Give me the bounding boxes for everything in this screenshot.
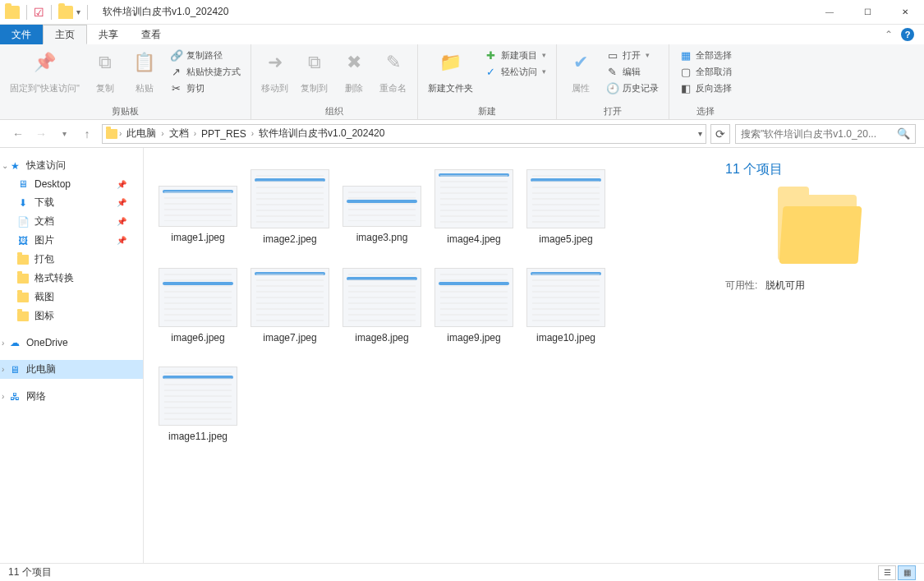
search-box[interactable]: 🔍 <box>735 124 916 144</box>
address-dropdown-icon[interactable]: ▾ <box>698 129 702 138</box>
address-bar-row: ← → ▾ ↑ › 此电脑 › 文档 › PPT_RES › 软件培训白皮书v1… <box>0 120 924 148</box>
file-item[interactable]: image4.jpeg <box>428 164 520 263</box>
history-icon: 🕘 <box>606 81 619 95</box>
sidebar-item-图标[interactable]: 图标 <box>0 307 143 325</box>
sidebar-item-desktop[interactable]: 🖥Desktop📌 <box>0 175 143 193</box>
crumb-current[interactable]: 软件培训白皮书v1.0_202420 <box>255 127 388 141</box>
view-details-button[interactable]: ☰ <box>878 565 896 580</box>
sidebar-onedrive[interactable]: › ☁ OneDrive <box>0 334 143 352</box>
file-item[interactable]: image1.jpeg <box>152 164 244 263</box>
open-button[interactable]: ▭打开▾ <box>603 48 662 62</box>
thumbnail <box>342 268 421 327</box>
paste-button[interactable]: 📋 粘贴 <box>127 48 162 102</box>
select-none-button[interactable]: ▢全部取消 <box>676 64 735 79</box>
file-name: image3.png <box>356 232 408 243</box>
caret-icon[interactable]: › <box>2 365 4 374</box>
chevron-icon[interactable]: › <box>161 129 163 138</box>
folder-icon: 🖼 <box>16 234 30 247</box>
help-icon[interactable]: ? <box>901 28 914 41</box>
select-all-button[interactable]: ▦全部选择 <box>676 48 735 62</box>
file-item[interactable]: image11.jpeg <box>152 362 244 460</box>
sidebar-item-文档[interactable]: 📄文档📌 <box>0 212 143 231</box>
search-icon[interactable]: 🔍 <box>897 127 910 140</box>
qat-check-icon[interactable]: ☑ <box>34 6 44 19</box>
back-button[interactable]: ← <box>8 124 28 144</box>
file-item[interactable]: image3.png <box>336 164 428 263</box>
paste-shortcut-button[interactable]: ↗粘贴快捷方式 <box>167 64 244 79</box>
sidebar-item-格式转换[interactable]: 格式转换 <box>0 269 143 288</box>
sidebar-network[interactable]: › 🖧 网络 <box>0 387 143 406</box>
qat-dropdown-icon[interactable]: ▾ <box>76 7 80 16</box>
pin-icon: 📌 <box>117 180 135 189</box>
recent-locations-button[interactable]: ▾ <box>54 124 74 144</box>
qat-folder-icon[interactable] <box>58 6 73 19</box>
forward-button[interactable]: → <box>31 124 51 144</box>
tab-home[interactable]: 主页 <box>43 25 87 44</box>
maximize-button[interactable]: ☐ <box>848 0 886 25</box>
sidebar-item-label: Desktop <box>34 178 71 190</box>
up-button[interactable]: ↑ <box>77 124 97 144</box>
rename-button[interactable]: ✎重命名 <box>376 48 411 102</box>
sidebar-item-截图[interactable]: 截图 <box>0 288 143 307</box>
history-button[interactable]: 🕘历史记录 <box>603 81 662 95</box>
file-item[interactable]: image9.jpeg <box>428 263 520 362</box>
file-item[interactable]: image6.jpeg <box>152 263 244 362</box>
pin-icon: 📌 <box>117 198 135 207</box>
crumb-documents[interactable]: 文档 <box>166 127 192 141</box>
sidebar-item-下载[interactable]: ⬇下载📌 <box>0 193 143 212</box>
caret-icon[interactable]: › <box>2 392 4 401</box>
file-name: image1.jpeg <box>171 232 224 243</box>
easy-access-button[interactable]: ✓轻松访问▾ <box>481 64 549 79</box>
breadcrumb[interactable]: › 此电脑 › 文档 › PPT_RES › 软件培训白皮书v1.0_20242… <box>102 124 706 144</box>
invert-icon: ◧ <box>679 81 692 95</box>
properties-button[interactable]: ✔属性 <box>563 48 598 102</box>
chevron-icon[interactable]: › <box>194 129 196 138</box>
chevron-icon[interactable]: › <box>251 129 254 138</box>
view-icons-button[interactable]: ▦ <box>898 565 916 580</box>
thumbnail <box>342 186 421 227</box>
availability-row: 可用性: 脱机可用 <box>725 279 909 293</box>
file-item[interactable]: image10.jpeg <box>520 263 612 362</box>
tab-file[interactable]: 文件 <box>0 25 43 44</box>
search-input[interactable] <box>741 128 892 140</box>
file-item[interactable]: image5.jpeg <box>520 164 612 263</box>
move-to-button[interactable]: ➜移动到 <box>258 48 292 102</box>
close-button[interactable]: ✕ <box>886 0 924 25</box>
window-title: 软件培训白皮书v1.0_202420 <box>103 5 228 19</box>
file-item[interactable]: image8.jpeg <box>336 263 428 362</box>
minimize-button[interactable]: — <box>811 0 848 25</box>
pin-to-quick-access-button[interactable]: 📌 固定到"快速访问" <box>7 48 83 102</box>
cloud-icon: ☁ <box>8 336 21 349</box>
sidebar-quick-access[interactable]: ⌄ ★ 快速访问 <box>0 156 143 175</box>
new-item-button[interactable]: ✚新建项目▾ <box>481 48 549 62</box>
sidebar: ⌄ ★ 快速访问 🖥Desktop📌⬇下载📌📄文档📌🖼图片📌打包格式转换截图图标… <box>0 148 144 563</box>
crumb-ppt-res[interactable]: PPT_RES <box>198 128 250 140</box>
new-folder-button[interactable]: 📁新建文件夹 <box>425 48 476 102</box>
move-to-icon: ➜ <box>262 49 288 76</box>
sidebar-this-pc[interactable]: › 🖥 此电脑 <box>0 360 143 379</box>
tab-share[interactable]: 共享 <box>87 25 130 44</box>
crumb-this-pc[interactable]: 此电脑 <box>123 127 159 141</box>
copy-button[interactable]: ⧉ 复制 <box>88 48 122 102</box>
invert-selection-button[interactable]: ◧反向选择 <box>676 81 735 95</box>
edit-button[interactable]: ✎编辑 <box>603 64 662 79</box>
thumbnail <box>251 268 329 327</box>
folder-illustration <box>778 195 857 261</box>
file-grid: image1.jpegimage2.jpegimage3.pngimage4.j… <box>144 148 710 563</box>
file-item[interactable]: image7.jpeg <box>244 263 336 362</box>
refresh-button[interactable]: ⟳ <box>710 124 730 144</box>
caret-icon[interactable]: › <box>2 339 4 348</box>
caret-icon[interactable]: ⌄ <box>2 161 8 170</box>
tab-view[interactable]: 查看 <box>130 25 172 44</box>
chevron-icon[interactable]: › <box>119 129 122 138</box>
sidebar-item-图片[interactable]: 🖼图片📌 <box>0 231 143 250</box>
pin-icon: 📌 <box>117 217 135 226</box>
cut-button[interactable]: ✂剪切 <box>167 81 244 95</box>
sidebar-item-打包[interactable]: 打包 <box>0 250 143 269</box>
file-item[interactable]: image2.jpeg <box>244 164 336 263</box>
copy-path-button[interactable]: 🔗复制路径 <box>167 48 244 62</box>
collapse-ribbon-icon[interactable]: ⌃ <box>885 29 893 40</box>
delete-button[interactable]: ✖删除 <box>337 48 371 102</box>
thumbnail <box>251 169 329 228</box>
copy-to-button[interactable]: ⧉复制到 <box>297 48 332 102</box>
